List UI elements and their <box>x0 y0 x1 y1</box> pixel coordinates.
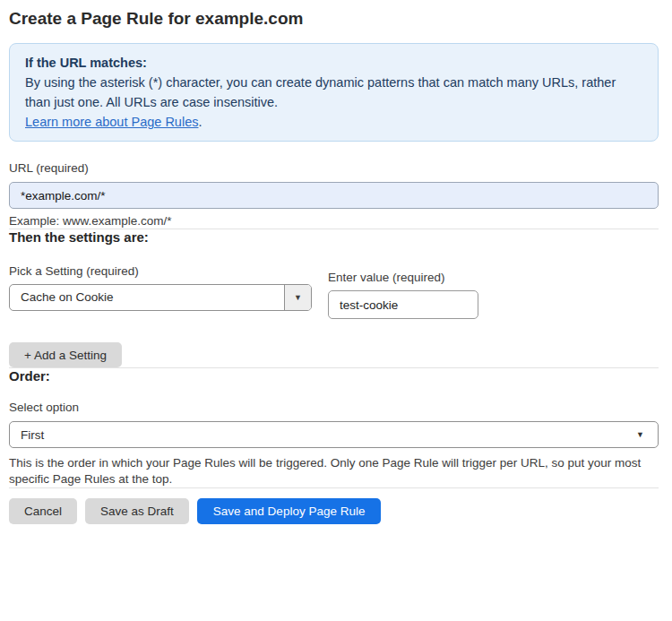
order-heading: Order: <box>9 368 659 384</box>
setting-dropdown-arrow-button[interactable]: ▼ <box>284 285 311 310</box>
order-help-text: This is the order in which your Page Rul… <box>9 455 650 487</box>
save-draft-button[interactable]: Save as Draft <box>85 498 189 524</box>
pick-setting-label: Pick a Setting (required) <box>9 264 312 279</box>
order-select-label: Select option <box>9 401 659 415</box>
url-example-hint: Example: www.example.com/* <box>9 214 659 229</box>
add-setting-button[interactable]: + Add a Setting <box>9 342 122 367</box>
setting-dropdown[interactable]: Cache on Cookie ▼ <box>9 284 312 311</box>
order-select-value: First <box>21 428 44 442</box>
settings-row: Pick a Setting (required) Cache on Cooki… <box>9 264 659 319</box>
pick-setting-column: Pick a Setting (required) Cache on Cooki… <box>9 264 312 311</box>
setting-value-input[interactable] <box>328 290 478 319</box>
url-input[interactable] <box>9 182 659 209</box>
url-match-info-box: If the URL matches: By using the asteris… <box>9 43 659 142</box>
link-suffix: . <box>198 115 202 129</box>
footer-actions: Cancel Save as Draft Save and Deploy Pag… <box>9 498 659 524</box>
chevron-down-icon: ▼ <box>636 431 644 439</box>
info-box-body: By using the asterisk (*) character, you… <box>25 73 642 112</box>
settings-heading: Then the settings are: <box>9 229 659 245</box>
divider <box>9 487 659 488</box>
order-select[interactable]: First ▼ <box>9 421 659 448</box>
enter-value-label: Enter value (required) <box>328 271 478 285</box>
setting-dropdown-value: Cache on Cookie <box>10 285 284 310</box>
page-title: Create a Page Rule for example.com <box>9 9 659 29</box>
save-deploy-button[interactable]: Save and Deploy Page Rule <box>197 498 382 524</box>
info-box-heading: If the URL matches: <box>25 53 642 73</box>
page-rule-form: Create a Page Rule for example.com If th… <box>0 0 672 524</box>
info-box-link-line: Learn more about Page Rules. <box>25 112 642 132</box>
chevron-down-icon: ▼ <box>294 294 302 302</box>
cancel-button[interactable]: Cancel <box>9 498 77 524</box>
enter-value-column: Enter value (required) <box>328 264 478 319</box>
url-label: URL (required) <box>9 161 659 176</box>
learn-more-link[interactable]: Learn more about Page Rules <box>25 115 198 129</box>
